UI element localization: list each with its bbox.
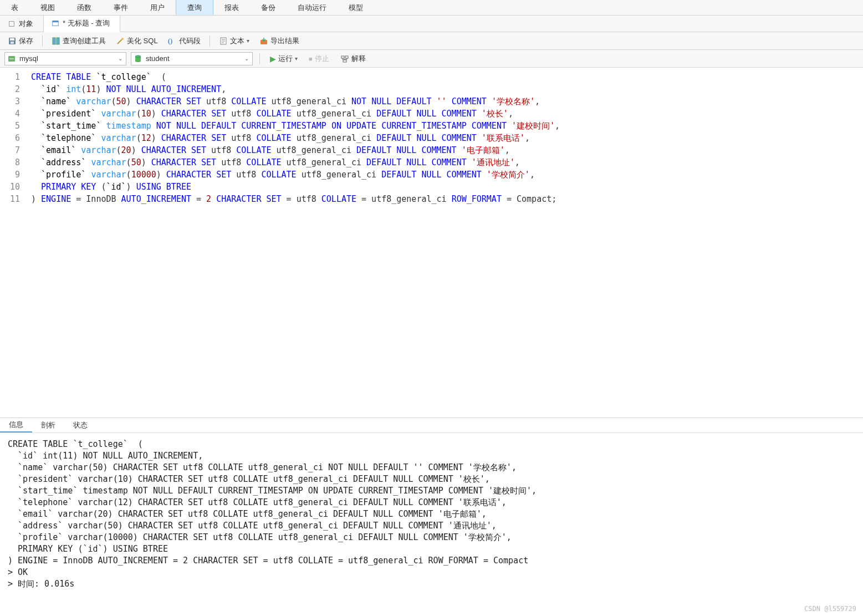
connection-name: mysql — [19, 54, 114, 63]
svg-rect-4 — [10, 38, 14, 40]
stop-icon: ■ — [309, 55, 313, 62]
svg-rect-0 — [9, 21, 14, 26]
code-line[interactable]: CREATE TABLE `t_college` ( — [31, 71, 859, 83]
export-button[interactable]: 导出结果 — [256, 34, 303, 48]
line-gutter: 1234567891011 — [0, 68, 27, 418]
wand-icon — [116, 37, 125, 45]
menu-item-4[interactable]: 用户 — [139, 0, 176, 15]
stop-button[interactable]: ■ 停止 — [305, 52, 333, 65]
query-icon — [52, 19, 59, 27]
builder-icon — [52, 37, 60, 45]
document-tabbar: 对象* 无标题 - 查询 — [0, 16, 863, 32]
tab-label: * 无标题 - 查询 — [63, 18, 110, 28]
separator — [259, 53, 260, 64]
watermark: CSDN @l559729 — [804, 605, 856, 613]
menu-item-0[interactable]: 表 — [0, 0, 29, 15]
code-line[interactable]: `president` varchar(10) CHARACTER SET ut… — [31, 108, 859, 120]
menu-item-1[interactable]: 视图 — [29, 0, 66, 15]
code-area[interactable]: CREATE TABLE `t_college` ( `id` int(11) … — [27, 68, 863, 418]
separator — [210, 35, 210, 47]
database-name: student — [146, 54, 240, 63]
document-tab-1[interactable]: * 无标题 - 查询 — [44, 16, 120, 32]
dropdown-caret-icon: ▾ — [295, 55, 298, 62]
save-button[interactable]: 保存 — [4, 34, 37, 48]
svg-rect-18 — [345, 56, 348, 58]
explain-icon — [340, 54, 349, 63]
snippet-icon: () — [168, 37, 177, 45]
menubar: 表视图函数事件用户查询报表备份自动运行模型 — [0, 0, 863, 16]
code-line[interactable]: `profile` varchar(10000) CHARACTER SET u… — [31, 169, 859, 181]
svg-rect-5 — [11, 42, 14, 44]
text-label: 文本 — [230, 36, 244, 46]
svg-rect-7 — [57, 38, 59, 44]
explain-button[interactable]: 解释 — [337, 52, 369, 65]
menu-item-6[interactable]: 报表 — [213, 0, 250, 15]
sql-editor[interactable]: 1234567891011 CREATE TABLE `t_college` (… — [0, 68, 863, 418]
beautify-sql-button[interactable]: 美化 SQL — [113, 34, 161, 48]
code-line[interactable]: `name` varchar(50) CHARACTER SET utf8 CO… — [31, 95, 859, 108]
query-builder-label: 查询创建工具 — [63, 36, 106, 46]
tab-label: 对象 — [19, 19, 33, 29]
snippet-label: 代码段 — [179, 36, 201, 46]
menu-item-3[interactable]: 事件 — [103, 0, 139, 15]
explain-label: 解释 — [351, 54, 366, 64]
code-line[interactable]: ) ENGINE = InnoDB AUTO_INCREMENT = 2 CHA… — [31, 193, 859, 205]
svg-rect-2 — [53, 21, 59, 23]
toolbar: 保存 查询创建工具 美化 SQL () 代码段 文本 ▾ 导出结果 — [0, 32, 863, 50]
chevron-down-icon: ⌄ — [117, 55, 124, 62]
output-panel[interactable]: CREATE TABLE `t_college` ( `id` int(11) … — [0, 433, 863, 616]
code-line[interactable]: PRIMARY KEY (`id`) USING BTREE — [31, 181, 859, 193]
object-icon — [8, 20, 16, 28]
dropdown-caret-icon: ▾ — [247, 38, 249, 44]
separator — [42, 35, 43, 47]
export-label: 导出结果 — [270, 36, 299, 46]
code-line[interactable]: `telephone` varchar(12) CHARACTER SET ut… — [31, 132, 859, 144]
output-tab-1[interactable]: 剖析 — [32, 418, 64, 432]
menu-item-5[interactable]: 查询 — [176, 0, 213, 15]
text-button[interactable]: 文本 ▾ — [216, 34, 253, 48]
svg-rect-6 — [53, 38, 55, 44]
code-line[interactable]: `id` int(11) NOT NULL AUTO_INCREMENT, — [31, 83, 859, 95]
menu-item-7[interactable]: 备份 — [250, 0, 287, 15]
output-tab-0[interactable]: 信息 — [0, 418, 32, 432]
menu-item-2[interactable]: 函数 — [66, 0, 103, 15]
save-icon — [8, 37, 17, 45]
export-icon — [259, 37, 268, 45]
connection-icon — [7, 54, 16, 63]
play-icon: ▶ — [270, 54, 276, 63]
run-label: 运行 — [278, 54, 293, 64]
stop-label: 停止 — [315, 54, 329, 64]
text-icon — [219, 37, 228, 45]
menu-item-8[interactable]: 自动运行 — [287, 0, 338, 15]
output-tab-2[interactable]: 状态 — [64, 418, 96, 432]
output-tabbar: 信息剖析状态 — [0, 418, 863, 433]
database-icon — [134, 54, 142, 63]
svg-point-8 — [121, 38, 124, 40]
code-line[interactable]: `email` varchar(20) CHARACTER SET utf8 C… — [31, 144, 859, 156]
code-line[interactable]: `address` varchar(50) CHARACTER SET utf8… — [31, 156, 859, 169]
svg-rect-17 — [341, 56, 344, 58]
connection-bar: mysql ⌄ student ⌄ ▶ 运行 ▾ ■ 停止 解释 — [0, 50, 863, 68]
chevron-down-icon: ⌄ — [243, 55, 250, 62]
menu-item-9[interactable]: 模型 — [338, 0, 374, 15]
code-line[interactable]: `start_time` timestamp NOT NULL DEFAULT … — [31, 120, 859, 132]
query-builder-button[interactable]: 查询创建工具 — [48, 34, 109, 48]
svg-rect-19 — [343, 60, 346, 62]
connection-dropdown[interactable]: mysql ⌄ — [4, 52, 126, 65]
save-label: 保存 — [19, 36, 33, 46]
code-snippet-button[interactable]: () 代码段 — [165, 34, 204, 48]
document-tab-0[interactable]: 对象 — [0, 16, 44, 32]
database-dropdown[interactable]: student ⌄ — [131, 52, 253, 65]
run-button[interactable]: ▶ 运行 ▾ — [267, 52, 301, 65]
beautify-label: 美化 SQL — [127, 36, 158, 46]
